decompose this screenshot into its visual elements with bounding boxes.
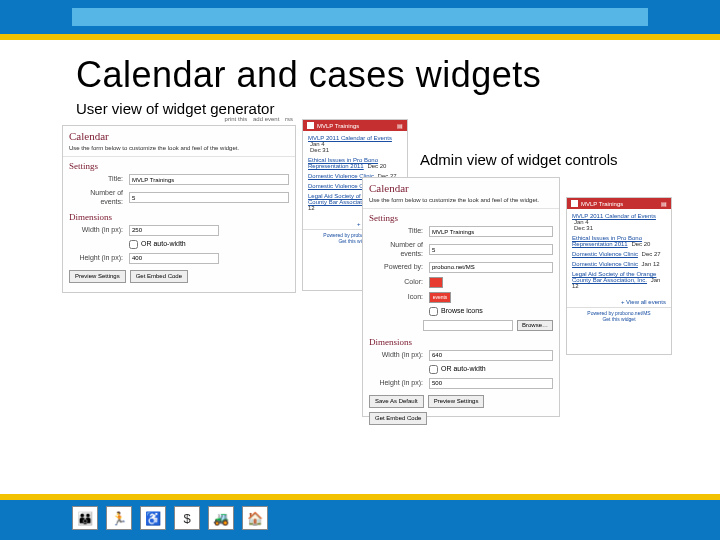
- user-widget-panel: print this add event rss Calendar Use th…: [62, 125, 296, 293]
- icon-preview: events: [429, 292, 451, 303]
- event-link[interactable]: Legal Aid Society of the Orange County B…: [572, 271, 656, 283]
- event-item: Domestic Violence Clinic Dec 27: [572, 251, 666, 257]
- header-accent: [72, 8, 648, 26]
- width-input[interactable]: [429, 350, 553, 361]
- embed-button[interactable]: Get Embed Code: [369, 412, 427, 425]
- preview-title: MVLP Trainings: [317, 123, 359, 129]
- admin-preview-panel: MVLP Trainings ▤ MVLP 2011 Calendar of E…: [566, 197, 672, 355]
- color-swatch[interactable]: [429, 277, 443, 288]
- title-row: Title:: [63, 172, 295, 187]
- rss-link[interactable]: rss: [285, 116, 293, 122]
- calendar-heading: Calendar: [363, 178, 559, 197]
- preview-button[interactable]: Preview Settings: [428, 395, 485, 408]
- icon-file-input[interactable]: [423, 320, 513, 331]
- browse-button[interactable]: Browse…: [517, 320, 553, 331]
- save-default-button[interactable]: Save As Default: [369, 395, 424, 408]
- autowidth-checkbox[interactable]: [429, 365, 438, 374]
- height-row: Height (in px):: [63, 251, 295, 266]
- dimensions-heading: Dimensions: [363, 333, 559, 348]
- dollar-icon: $: [174, 506, 200, 530]
- print-link[interactable]: print this: [225, 116, 248, 122]
- calendar-desc: Use the form below to customize the look…: [63, 145, 295, 157]
- width-label: Width (in px):: [369, 351, 429, 359]
- family-icon: 👪: [72, 506, 98, 530]
- header-bar: [0, 0, 720, 34]
- title-label: Title:: [369, 227, 429, 235]
- height-input[interactable]: [129, 253, 219, 264]
- event-link[interactable]: Domestic Violence Clinic: [572, 261, 638, 267]
- preview-header: MVLP Trainings ▤: [567, 198, 671, 209]
- title-input[interactable]: [429, 226, 553, 237]
- event-item: Legal Aid Society of the Orange County B…: [572, 271, 666, 289]
- numevents-label: Number of events:: [369, 241, 429, 258]
- add-event-link[interactable]: add event: [253, 116, 279, 122]
- event-item: MVLP 2011 Calendar of Events Jan 4Dec 31: [572, 213, 666, 231]
- settings-heading: Settings: [63, 157, 295, 172]
- browse-icons-label: Browse icons: [441, 307, 483, 315]
- event-item: Domestic Violence Clinic Jan 12: [572, 261, 666, 267]
- calendar-heading: Calendar: [63, 126, 295, 145]
- admin-button-row-2: Get Embed Code: [363, 412, 559, 429]
- autowidth-label: OR auto-width: [141, 240, 186, 248]
- autowidth-label: OR auto-width: [441, 365, 486, 373]
- title-input[interactable]: [129, 174, 289, 185]
- preview-header: MVLP Trainings ▤: [303, 120, 407, 131]
- preview-logo-icon: [571, 200, 578, 207]
- height-label: Height (in px):: [369, 379, 429, 387]
- preview-button[interactable]: Preview Settings: [69, 270, 126, 283]
- powered-input[interactable]: [429, 262, 553, 273]
- width-input[interactable]: [129, 225, 219, 236]
- autowidth-checkbox[interactable]: [129, 240, 138, 249]
- admin-caption: Admin view of widget controls: [420, 151, 680, 168]
- tractor-icon: 🚜: [208, 506, 234, 530]
- footer-icon-row: 👪 🏃 ♿ $ 🚜 🏠: [72, 506, 268, 530]
- running-icon: 🏃: [106, 506, 132, 530]
- numevents-input[interactable]: [429, 244, 553, 255]
- settings-heading: Settings: [363, 209, 559, 224]
- content-canvas: print this add event rss Calendar Use th…: [0, 125, 720, 485]
- numevents-row: Number of events:: [63, 187, 295, 208]
- dimensions-heading: Dimensions: [63, 208, 295, 223]
- event-list: MVLP 2011 Calendar of Events Jan 4Dec 31…: [567, 209, 671, 297]
- user-caption: User view of widget generator: [76, 100, 720, 117]
- user-button-row: Preview Settings Get Embed Code: [63, 266, 295, 287]
- browse-icons-checkbox[interactable]: [429, 307, 438, 316]
- title-label: Title:: [69, 175, 129, 183]
- numevents-input[interactable]: [129, 192, 289, 203]
- preview-logo-icon: [307, 122, 314, 129]
- event-link[interactable]: Domestic Violence Clinic: [572, 251, 638, 257]
- user-toolbar: print this add event rss: [221, 116, 293, 123]
- event-item: Ethical Issues in Pro Bono Representatio…: [308, 157, 402, 169]
- calendar-desc: Use the form below to customize the look…: [363, 197, 559, 209]
- admin-widget-panel: Calendar Use the form below to customize…: [362, 177, 560, 417]
- color-label: Color:: [369, 278, 429, 286]
- footer-bar: 👪 🏃 ♿ $ 🚜 🏠: [0, 500, 720, 540]
- rss-icon[interactable]: ▤: [397, 122, 403, 129]
- footer: 👪 🏃 ♿ $ 🚜 🏠: [0, 494, 720, 540]
- height-input[interactable]: [429, 378, 553, 389]
- accessibility-icon: ♿: [140, 506, 166, 530]
- preview-title: MVLP Trainings: [581, 201, 623, 207]
- event-item: Ethical Issues in Pro Bono Representatio…: [572, 235, 666, 247]
- header-divider: [0, 34, 720, 40]
- width-label: Width (in px):: [69, 226, 129, 234]
- numevents-label: Number of events:: [69, 189, 129, 206]
- width-row: Width (in px):: [63, 223, 295, 238]
- admin-button-row: Save As Default Preview Settings: [363, 391, 559, 412]
- embed-button[interactable]: Get Embed Code: [130, 270, 188, 283]
- house-icon: 🏠: [242, 506, 268, 530]
- autowidth-row: OR auto-width: [63, 238, 295, 251]
- rss-icon[interactable]: ▤: [661, 200, 667, 207]
- view-all-link[interactable]: + View all events: [567, 297, 671, 307]
- icon-label: Icon:: [369, 293, 429, 301]
- powered-label: Powered by:: [369, 263, 429, 271]
- event-item: MVLP 2011 Calendar of Events Jan 4Dec 31: [308, 135, 402, 153]
- height-label: Height (in px):: [69, 254, 129, 262]
- preview-footer: Powered by probono.net/MS Get this widge…: [567, 307, 671, 324]
- slide-title: Calendar and cases widgets: [76, 54, 720, 96]
